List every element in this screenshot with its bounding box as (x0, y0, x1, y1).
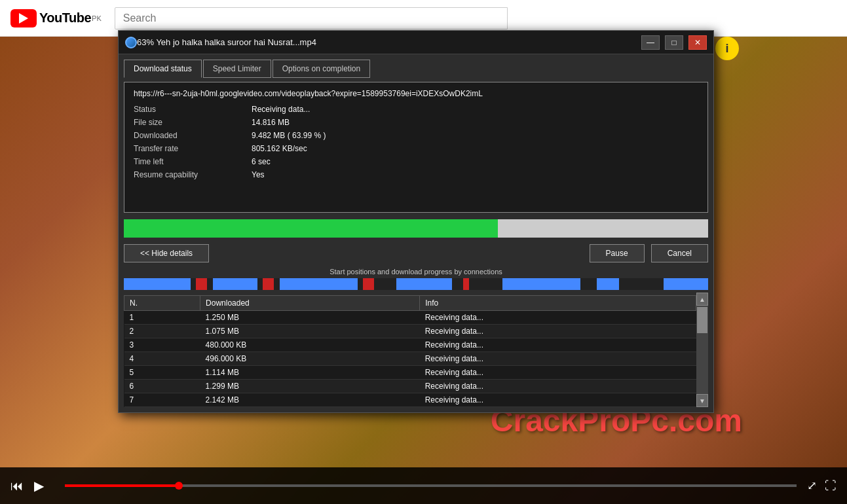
row-downloaded: 1.299 MB (200, 380, 420, 393)
dialog-body: Download status Speed Limiter Options on… (119, 54, 713, 412)
table-row: 6 1.299 MB Receiving data... (124, 380, 696, 393)
maximize-button[interactable]: □ (665, 35, 683, 50)
status-panel: https://r6---sn-2uja-h0ml.googlevideo.co… (124, 82, 708, 213)
conn-seg-7 (664, 278, 708, 290)
row-n: 2 (124, 325, 200, 338)
player-progress-dot (175, 482, 183, 490)
scrollbar-track: ▲ ▼ (696, 293, 708, 407)
youtube-logo-icon (10, 9, 37, 27)
tab-download-status[interactable]: Download status (124, 60, 202, 78)
player-fullscreen-icon[interactable]: ⛶ (825, 479, 837, 493)
table-row: 2 1.075 MB Receiving data... (124, 325, 696, 338)
conn-gap-9 (580, 278, 597, 290)
row-downloaded: 1.075 MB (200, 325, 420, 338)
dialog-title: 63% Yeh jo halka halka suroor hai Nusrat… (137, 37, 641, 47)
conn-gap-7 (452, 278, 463, 290)
youtube-logo[interactable]: YouTubePK (10, 9, 102, 27)
status-value: Receiving data... (252, 105, 310, 114)
hide-details-button[interactable]: << Hide details (124, 244, 209, 262)
tab-speed-limiter[interactable]: Speed Limiter (203, 60, 271, 78)
conn-gap-6 (374, 278, 396, 290)
player-bar: ⏮ ▶ ⤢ ⛶ (0, 467, 847, 504)
pause-cancel-group: Pause Cancel (590, 244, 708, 262)
time-left-row: Time left 6 sec (134, 157, 698, 166)
filesize-row: File size 14.816 MB (134, 118, 698, 127)
row-downloaded: 2.142 MB (200, 393, 420, 407)
player-progress-fill (65, 484, 175, 487)
conn-seg-6 (597, 278, 619, 290)
skip-back-button[interactable]: ⏮ (10, 478, 24, 494)
downloaded-row: Downloaded 9.482 MB ( 63.99 % ) (134, 131, 698, 140)
col-info: Info (420, 296, 696, 311)
cancel-button[interactable]: Cancel (651, 244, 708, 262)
transfer-rate-value: 805.162 KB/sec (252, 144, 307, 153)
row-info: Receiving data... (420, 311, 696, 325)
close-button[interactable]: ✕ (688, 35, 707, 50)
dialog-titlebar: 63% Yeh jo halka halka suroor hai Nusrat… (119, 31, 713, 54)
connections-label: Start positions and download progress by… (124, 268, 708, 276)
action-buttons-row: << Hide details Pause Cancel (124, 244, 708, 262)
play-button[interactable]: ▶ (34, 478, 44, 494)
row-n: 1 (124, 311, 200, 325)
status-status-row: Status Receiving data... (134, 105, 698, 114)
filesize-value: 14.816 MB (252, 118, 290, 127)
conn-seg-1 (124, 278, 191, 290)
search-input[interactable] (115, 7, 508, 29)
table-row: 1 1.250 MB Receiving data... (124, 311, 696, 325)
scrollbar-down-button[interactable]: ▼ (696, 394, 708, 407)
table-row: 3 480.000 KB Receiving data... (124, 338, 696, 352)
row-n: 7 (124, 393, 200, 407)
table-row: 5 1.114 MB Receiving data... (124, 366, 696, 380)
dialog-controls: — □ ✕ (641, 35, 707, 50)
conn-gap-1 (191, 278, 196, 290)
conn-red-3 (363, 278, 374, 290)
conn-gap-10 (619, 278, 664, 290)
conn-gap-5 (358, 278, 363, 290)
downloaded-value: 9.482 MB ( 63.99 % ) (252, 131, 326, 140)
player-expand-icon[interactable]: ⤢ (807, 478, 817, 493)
row-info: Receiving data... (420, 338, 696, 352)
filesize-label: File size (134, 118, 252, 127)
conn-seg-3 (280, 278, 358, 290)
progress-bar (124, 219, 708, 238)
row-n: 6 (124, 380, 200, 393)
youtube-logo-pk: PK (92, 14, 102, 22)
resume-label: Resume capability (134, 170, 252, 179)
tabs: Download status Speed Limiter Options on… (124, 60, 708, 78)
player-progress[interactable] (65, 484, 797, 487)
time-left-label: Time left (134, 157, 252, 166)
time-left-value: 6 sec (252, 157, 271, 166)
row-downloaded: 1.114 MB (200, 366, 420, 380)
conn-seg-5 (502, 278, 580, 290)
download-dialog: 63% Yeh jo halka halka suroor hai Nusrat… (118, 30, 714, 413)
table-row: 4 496.000 KB Receiving data... (124, 352, 696, 366)
conn-seg-2 (213, 278, 257, 290)
tab-options-completion[interactable]: Options on completion (273, 60, 370, 78)
row-info: Receiving data... (420, 366, 696, 380)
row-info: Receiving data... (420, 393, 696, 407)
row-n: 4 (124, 352, 200, 366)
downloaded-label: Downloaded (134, 131, 252, 140)
conn-red-4 (463, 278, 468, 290)
row-info: Receiving data... (420, 325, 696, 338)
row-info: Receiving data... (420, 380, 696, 393)
resume-row: Resume capability Yes (134, 170, 698, 179)
connections-bar (124, 278, 708, 290)
conn-red-1 (196, 278, 207, 290)
col-n: N. (124, 296, 200, 311)
conn-gap-8 (469, 278, 502, 290)
player-right-controls: ⤢ ⛶ (807, 478, 837, 493)
scrollbar-up-button[interactable]: ▲ (696, 293, 708, 306)
download-table-wrapper: N. Downloaded Info 1 1.250 MB Receiving … (124, 293, 708, 407)
download-table: N. Downloaded Info 1 1.250 MB Receiving … (124, 295, 696, 407)
row-n: 5 (124, 366, 200, 380)
row-downloaded: 1.250 MB (200, 311, 420, 325)
pause-button[interactable]: Pause (590, 244, 645, 262)
conn-seg-4 (396, 278, 452, 290)
info-icon[interactable]: i (715, 37, 739, 60)
conn-red-2 (263, 278, 274, 290)
table-row: 7 2.142 MB Receiving data... (124, 393, 696, 407)
scrollbar-thumb[interactable] (697, 307, 707, 333)
conn-gap-2 (207, 278, 212, 290)
minimize-button[interactable]: — (641, 35, 660, 50)
